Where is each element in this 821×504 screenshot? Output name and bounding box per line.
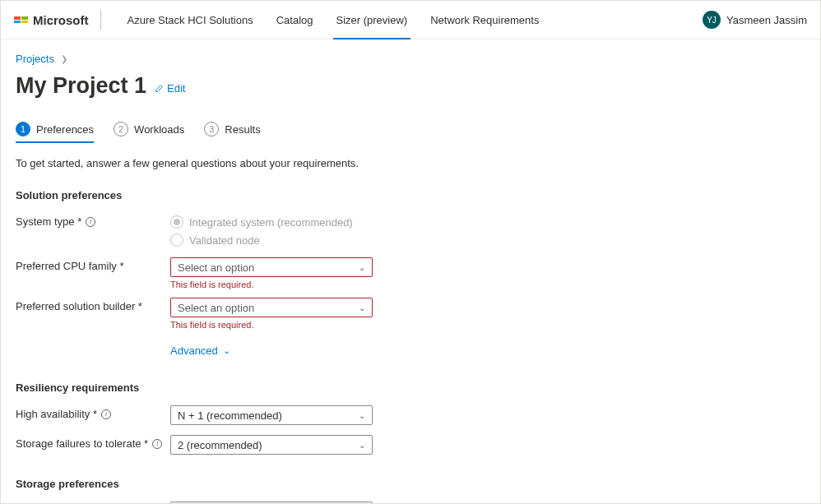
select-value: 2 (recommended) — [178, 439, 262, 451]
brand-text: Microsoft — [33, 13, 89, 27]
edit-label: Edit — [167, 82, 185, 95]
step-label: Results — [225, 123, 260, 136]
radio-validated-label: Validated node — [189, 234, 260, 247]
step-number: 2 — [114, 122, 128, 136]
cpu-family-label: Preferred CPU family * — [16, 260, 123, 272]
chevron-down-icon: ⌄ — [223, 345, 230, 356]
main-scroll[interactable]: Microsoft Azure Stack HCI Solutions Cata… — [1, 1, 820, 503]
nav-catalog[interactable]: Catalog — [265, 1, 325, 39]
radio-integrated-system — [170, 215, 183, 229]
content: Projects ❯ My Project 1 Edit 1 Preferenc… — [1, 39, 820, 503]
builder-label: Preferred solution builder * — [16, 300, 142, 312]
sft-label: Storage failures to tolerate * — [16, 437, 148, 450]
section-resiliency-title: Resiliency requirements — [16, 381, 805, 394]
tab-results[interactable]: 3 Results — [204, 122, 260, 143]
ha-label: High availability * — [16, 408, 97, 420]
builder-select[interactable]: Select an option ⌄ — [170, 298, 373, 317]
header: Microsoft Azure Stack HCI Solutions Cata… — [1, 1, 820, 39]
section-storage-title: Storage preferences — [16, 478, 805, 490]
advanced-label: Advanced — [170, 344, 218, 357]
storage-type-select[interactable]: Any ⌄ — [170, 502, 373, 503]
intro-hint: To get started, answer a few general que… — [16, 157, 805, 169]
select-placeholder: Select an option — [178, 302, 254, 314]
cpu-family-select[interactable]: Select an option ⌄ — [170, 257, 373, 277]
radio-integrated-label: Integrated system (recommended) — [189, 216, 353, 229]
nav-network[interactable]: Network Requirements — [419, 1, 550, 39]
select-placeholder: Select an option — [178, 261, 254, 274]
chevron-down-icon: ⌄ — [359, 303, 365, 312]
system-type-label: System type * — [16, 215, 81, 228]
sft-select[interactable]: 2 (recommended) ⌄ — [170, 435, 373, 455]
ha-select[interactable]: N + 1 (recommended) ⌄ — [170, 405, 373, 425]
nav-azure-stack[interactable]: Azure Stack HCI Solutions — [116, 1, 265, 39]
page-title: My Project 1 — [16, 73, 146, 99]
cpu-family-error: This field is required. — [170, 280, 373, 289]
tab-preferences[interactable]: 1 Preferences — [16, 122, 94, 143]
info-icon[interactable]: i — [152, 439, 162, 449]
info-icon[interactable]: i — [86, 217, 95, 227]
avatar[interactable]: YJ — [703, 11, 721, 29]
chevron-right-icon: ❯ — [61, 54, 67, 63]
chevron-down-icon: ⌄ — [359, 441, 365, 450]
tab-workloads[interactable]: 2 Workloads — [114, 122, 184, 143]
solution-advanced-toggle[interactable]: Advanced ⌄ — [170, 344, 230, 357]
chevron-down-icon: ⌄ — [359, 263, 365, 272]
radio-validated-node — [170, 234, 183, 247]
step-tabs: 1 Preferences 2 Workloads 3 Results — [16, 122, 805, 144]
nav-sizer[interactable]: Sizer (preview) — [325, 1, 420, 39]
builder-error: This field is required. — [170, 320, 373, 330]
step-number: 3 — [204, 122, 219, 136]
info-icon[interactable]: i — [101, 409, 111, 419]
breadcrumb: Projects ❯ — [16, 53, 805, 65]
breadcrumb-projects[interactable]: Projects — [16, 53, 54, 65]
section-solution-title: Solution preferences — [16, 189, 805, 201]
microsoft-logo-icon — [14, 16, 28, 23]
step-label: Preferences — [36, 123, 94, 136]
step-number: 1 — [16, 122, 30, 136]
select-value: N + 1 (recommended) — [178, 409, 282, 422]
chevron-down-icon: ⌄ — [359, 411, 365, 420]
username: Yasmeen Jassim — [726, 14, 807, 26]
divider — [100, 10, 101, 30]
edit-button[interactable]: Edit — [155, 82, 185, 95]
pencil-icon — [155, 83, 165, 93]
top-nav: Azure Stack HCI Solutions Catalog Sizer … — [116, 1, 551, 39]
step-label: Workloads — [134, 123, 184, 136]
